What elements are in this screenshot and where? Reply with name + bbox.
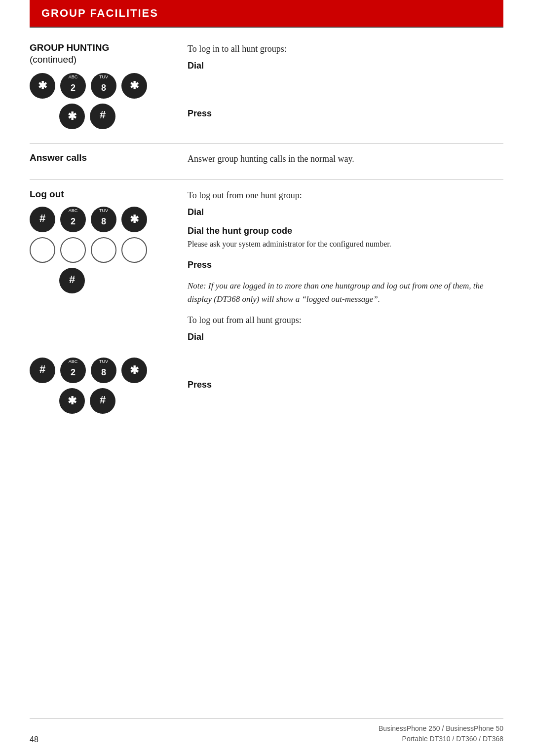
- key-2abc-logout: ABC 2: [60, 207, 86, 232]
- logout-all-desc: To log out from all hunt groups:: [188, 314, 503, 327]
- header-rule: [30, 27, 503, 28]
- key-hash-press-logout-all: #: [90, 388, 115, 414]
- empty-circle-2: [60, 237, 86, 263]
- divider-answer-calls: [30, 143, 503, 144]
- key-star-2: ✱: [121, 73, 147, 99]
- press-label-1: Press: [188, 108, 503, 119]
- key-hash-logout: #: [30, 207, 55, 232]
- key-star-press-1: ✱: [59, 104, 85, 129]
- key-8tuv-logout: TUV 8: [91, 207, 116, 232]
- answer-calls-title: Answer calls: [30, 152, 163, 163]
- header-banner: GROUP FACILITIES: [30, 0, 503, 27]
- page-number: 48: [30, 735, 38, 744]
- press-label-logout-1: Press: [188, 260, 503, 270]
- section-left-answer-calls: Answer calls: [30, 152, 178, 171]
- login-all-desc: To log in to all hunt groups:: [188, 42, 503, 56]
- dial-row-logout-one: # ABC 2 TUV 8 ✱: [30, 207, 163, 232]
- dial-label-1: Dial: [188, 61, 503, 71]
- section-left-log-out: Log out # ABC 2 TUV 8 ✱: [30, 189, 178, 419]
- section-answer-calls: Answer calls Answer group hunting calls …: [30, 152, 503, 171]
- key-hash-press-logout: #: [59, 268, 85, 293]
- key-star-logout-all: ✱: [121, 358, 147, 383]
- answer-calls-desc: Answer group hunting calls in the normal…: [188, 152, 503, 166]
- dial-hunt-group-label: Dial the hunt group code: [188, 226, 391, 236]
- press-row-login-all: ✱ #: [59, 104, 163, 129]
- empty-circle-3: [91, 237, 116, 263]
- dial-hunt-group-sub: Please ask your system administrator for…: [188, 238, 391, 250]
- dial-row-logout-all: # ABC 2 TUV 8 ✱: [30, 358, 163, 383]
- section-left-group-hunting: GROUP HUNTING (continued) ✱ ABC 2 TUV 8: [30, 42, 178, 134]
- logout-one-desc: To log out from one hunt group:: [188, 189, 503, 202]
- key-2abc-logout-all: ABC 2: [60, 358, 86, 383]
- key-star-logout: ✱: [121, 207, 147, 232]
- footer-device-line2: Portable DT310 / DT360 / DT368: [379, 734, 503, 744]
- key-8tuv-logout-all: TUV 8: [91, 358, 116, 383]
- footer-device: BusinessPhone 250 / BusinessPhone 50 Por…: [379, 723, 503, 744]
- section-log-out: Log out # ABC 2 TUV 8 ✱: [30, 189, 503, 419]
- log-out-title: Log out: [30, 189, 163, 200]
- dial-label-logout-2: Dial: [188, 332, 503, 342]
- section-right-answer-calls: Answer group hunting calls in the normal…: [178, 152, 503, 171]
- key-8tuv: TUV 8: [91, 73, 116, 99]
- footer-device-line1: BusinessPhone 250 / BusinessPhone 50: [379, 723, 503, 734]
- empty-circle-4: [121, 237, 147, 263]
- page-container: GROUP FACILITIES GROUP HUNTING (continue…: [0, 0, 533, 448]
- press-row-logout-one: #: [59, 268, 163, 293]
- section-right-group-hunting: To log in to all hunt groups: Dial Press: [178, 42, 503, 134]
- key-hash-press-1: #: [90, 104, 115, 129]
- divider-log-out: [30, 180, 503, 180]
- dial-label-logout-1: Dial: [188, 207, 503, 217]
- key-hash-logout-all: #: [30, 358, 55, 383]
- header-title: GROUP FACILITIES: [41, 7, 158, 19]
- group-hunting-subtitle: (continued): [30, 54, 163, 65]
- key-star-press-logout-all: ✱: [59, 388, 85, 414]
- press-label-logout-2: Press: [188, 380, 503, 390]
- empty-circle-1: [30, 237, 55, 263]
- key-star-1: ✱: [30, 73, 55, 99]
- page-footer: 48 BusinessPhone 250 / BusinessPhone 50 …: [30, 718, 503, 744]
- section-right-log-out: To log out from one hunt group: Dial Dia…: [178, 189, 503, 419]
- group-hunting-title: GROUP HUNTING: [30, 42, 163, 53]
- dial-row-login-all: ✱ ABC 2 TUV 8 ✱: [30, 73, 163, 99]
- key-2abc: ABC 2: [60, 73, 86, 99]
- press-row-logout-all: ✱ #: [59, 388, 163, 414]
- empty-circle-row: [30, 237, 163, 263]
- section-group-hunting: GROUP HUNTING (continued) ✱ ABC 2 TUV 8: [30, 42, 503, 134]
- note-text: Note: If you are logged in to more than …: [188, 279, 503, 306]
